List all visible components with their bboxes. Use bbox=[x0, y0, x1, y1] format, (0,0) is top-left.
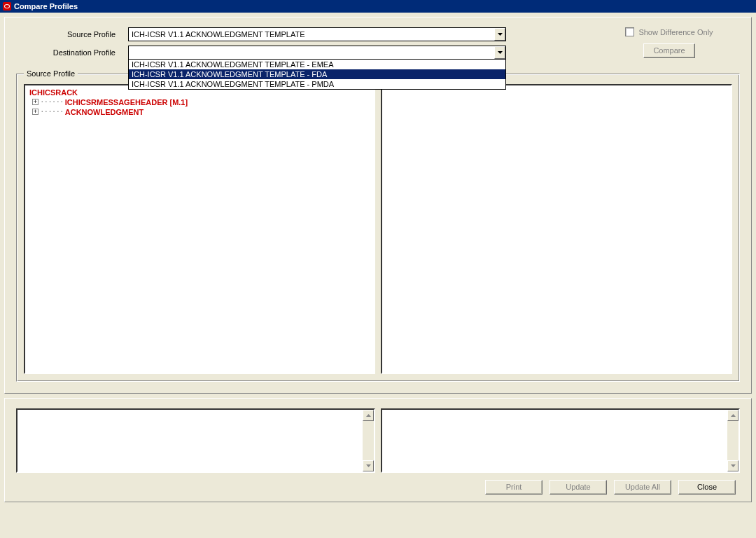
lower-panel: Print Update Update All Close bbox=[4, 398, 752, 502]
config-panel: Source Profile ICH-ICSR V1.1 ACKNOWLEDGM… bbox=[4, 17, 752, 394]
tree-child-messageheader[interactable]: ICHICSRMESSAGEHEADER [M.1] bbox=[65, 98, 188, 106]
tree-connector: ······ bbox=[40, 107, 64, 116]
chevron-up-icon bbox=[731, 414, 736, 417]
expand-icon[interactable]: + bbox=[32, 109, 38, 115]
destination-profile-dropdown-button[interactable] bbox=[494, 46, 505, 59]
source-profile-group: Source Profile ICHICSRACK + ······ ICHIC… bbox=[16, 74, 740, 382]
print-button[interactable]: Print bbox=[485, 480, 542, 495]
left-textarea[interactable] bbox=[16, 408, 375, 473]
destination-option-pmda[interactable]: ICH-ICSR V1.1 ACKNOWLEDGMENT TEMPLATE - … bbox=[129, 79, 505, 89]
chevron-down-icon bbox=[366, 464, 371, 467]
destination-profile-combo[interactable]: ICH-ICSR V1.1 ACKNOWLEDGMENT TEMPLATE - … bbox=[128, 46, 506, 60]
show-difference-label: Show Difference Only bbox=[638, 28, 713, 36]
destination-option-fda[interactable]: ICH-ICSR V1.1 ACKNOWLEDGMENT TEMPLATE - … bbox=[129, 69, 505, 79]
show-difference-checkbox[interactable] bbox=[625, 27, 634, 36]
chevron-up-icon bbox=[366, 414, 371, 417]
window-title: Compare Profiles bbox=[14, 2, 78, 11]
chevron-down-icon bbox=[498, 33, 503, 36]
scroll-down-button[interactable] bbox=[363, 460, 374, 471]
close-button[interactable]: Close bbox=[678, 480, 736, 495]
scroll-up-button[interactable] bbox=[727, 410, 738, 421]
update-all-button[interactable]: Update All bbox=[614, 480, 671, 495]
svg-marker-4 bbox=[731, 414, 736, 417]
source-profile-combo[interactable]: ICH-ICSR V1.1 ACKNOWLEDGMENT TEMPLATE bbox=[128, 27, 506, 41]
source-profile-value: ICH-ICSR V1.1 ACKNOWLEDGMENT TEMPLATE bbox=[129, 30, 494, 39]
source-profile-label: Source Profile bbox=[16, 30, 128, 39]
show-difference-row: Show Difference Only bbox=[625, 27, 713, 36]
scroll-up-button[interactable] bbox=[363, 410, 374, 421]
right-textarea[interactable] bbox=[381, 408, 740, 473]
compare-button[interactable]: Compare bbox=[643, 43, 695, 58]
scrollbar[interactable] bbox=[727, 410, 738, 471]
svg-marker-5 bbox=[731, 464, 736, 467]
title-bar: Compare Profiles bbox=[0, 0, 756, 13]
chevron-down-icon bbox=[498, 51, 503, 54]
source-profile-group-title: Source Profile bbox=[24, 69, 78, 78]
scrollbar[interactable] bbox=[363, 410, 374, 471]
chevron-down-icon bbox=[731, 464, 736, 467]
svg-marker-0 bbox=[498, 33, 503, 36]
svg-marker-3 bbox=[366, 464, 371, 467]
svg-marker-1 bbox=[498, 51, 503, 54]
oracle-icon bbox=[3, 2, 11, 11]
destination-option-emea[interactable]: ICH-ICSR V1.1 ACKNOWLEDGMENT TEMPLATE - … bbox=[129, 60, 505, 69]
destination-profile-label: Destination Profile bbox=[16, 48, 128, 57]
expand-icon[interactable]: + bbox=[32, 99, 38, 105]
tree-connector: ······ bbox=[40, 97, 64, 106]
tree-child-acknowledgment[interactable]: ACKNOWLEDGMENT bbox=[65, 108, 144, 116]
source-tree-pane[interactable]: ICHICSRACK + ······ ICHICSRMESSAGEHEADER… bbox=[24, 84, 375, 374]
scroll-down-button[interactable] bbox=[727, 460, 738, 471]
update-button[interactable]: Update bbox=[550, 480, 607, 495]
source-profile-dropdown-button[interactable] bbox=[494, 28, 505, 41]
destination-profile-dropdown-list: ICH-ICSR V1.1 ACKNOWLEDGMENT TEMPLATE - … bbox=[128, 59, 506, 90]
destination-tree-pane[interactable] bbox=[381, 84, 732, 374]
svg-marker-2 bbox=[366, 414, 371, 417]
